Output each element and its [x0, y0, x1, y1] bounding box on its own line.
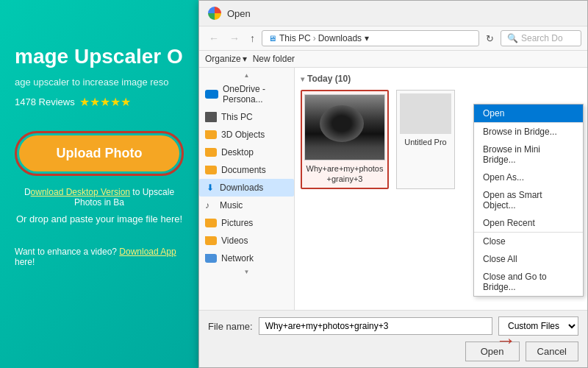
sidebar-label-network: Network: [221, 253, 254, 263]
buttons-row: → Open Cancel: [208, 342, 578, 361]
dialog-titlebar: Open: [199, 1, 587, 26]
sidebar-label-onedrive: OneDrive - Persona...: [223, 84, 288, 105]
sidebar-item-network[interactable]: Network: [199, 250, 294, 267]
search-box: 🔍 Search Do: [501, 30, 581, 46]
address-drive-icon: 🖥: [268, 34, 276, 43]
chrome-icon: [208, 7, 221, 20]
refresh-button[interactable]: ↻: [482, 31, 498, 46]
context-menu-open-recent[interactable]: Open Recent: [474, 214, 583, 232]
sidebar-item-3dobjects[interactable]: 3D Objects: [199, 126, 294, 144]
network-icon: [205, 254, 217, 263]
sidebar-item-downloads[interactable]: ⬇ Downloads: [199, 179, 294, 197]
enhance-link[interactable]: Download App: [119, 247, 176, 257]
drop-text: Or drop and paste your image file here!: [15, 213, 184, 224]
sidebar-label-3dobjects: 3D Objects: [221, 130, 265, 140]
search-icon: 🔍: [507, 33, 518, 43]
cancel-button[interactable]: Cancel: [526, 342, 578, 361]
open-button[interactable]: Open: [465, 342, 520, 361]
pc-icon: [205, 112, 217, 122]
enhance-text: Want to enhance a video? Download App he…: [15, 247, 184, 267]
sidebar-label-desktop: Desktop: [221, 147, 254, 158]
website-subtitle: age upscaler to increase image reso: [15, 77, 184, 88]
sidebar-label-thispc: This PC: [221, 112, 253, 122]
downloads-icon: ⬇: [205, 183, 215, 193]
upload-button-wrapper: Upload Photo: [15, 131, 184, 176]
context-menu-browse-bridge[interactable]: Browse in Bridge...: [474, 122, 583, 141]
context-menu: Open Browse in Bridge... Browse in Mini …: [473, 104, 584, 297]
sidebar-scroll-up: ▲: [199, 71, 294, 80]
path-dropdown-button[interactable]: ▾: [365, 33, 369, 43]
file-item-untitled[interactable]: Untitled Pro: [396, 90, 455, 189]
context-menu-close-bridge[interactable]: Close and Go to Bridge...: [474, 268, 583, 296]
search-placeholder: Search Do: [521, 33, 563, 43]
context-menu-open-as[interactable]: Open As...: [474, 169, 583, 186]
sidebar-label-downloads: Downloads: [220, 183, 263, 193]
back-button[interactable]: ←: [205, 30, 223, 46]
download-link[interactable]: ownload Desktop Version: [31, 187, 130, 197]
context-menu-open-smart[interactable]: Open as Smart Object...: [474, 186, 583, 214]
file-name-untitled: Untitled Pro: [404, 137, 446, 147]
sidebar-label-pictures: Pictures: [221, 218, 253, 228]
star-rating: ★★★★★: [79, 95, 131, 109]
pictures-icon: [205, 219, 217, 227]
file-item-grainy[interactable]: Why+are+my+photos+grainy+3: [301, 90, 389, 189]
filename-label: File name:: [208, 321, 253, 332]
organize-dropdown-icon: ▾: [243, 54, 247, 64]
sidebar-item-pictures[interactable]: Pictures: [199, 214, 294, 232]
download-desktop-link: Download Desktop Version to Upscale Phot…: [15, 187, 184, 208]
path-separator-1: ›: [313, 33, 316, 43]
dialog-title: Open: [227, 8, 251, 19]
dialog-toolbar2: Organize ▾ New folder: [199, 51, 587, 68]
desktop-icon: [205, 148, 217, 157]
address-bar: 🖥 This PC › Downloads ▾: [262, 30, 479, 46]
sidebar-scroll-down: ▼: [199, 267, 294, 277]
filetype-dropdown[interactable]: Custom Files: [498, 316, 578, 336]
website-title: mage Upscaler O: [15, 44, 184, 69]
filename-row: File name: Custom Files: [208, 316, 578, 336]
file-thumbnail-untitled: [400, 93, 451, 134]
section-chevron: ▾: [301, 75, 304, 83]
sidebar-label-videos: Videos: [221, 236, 248, 246]
download-prefix: D: [24, 187, 31, 197]
context-menu-close-all[interactable]: Close All: [474, 250, 583, 268]
reviews-count: 1478 Reviews: [15, 96, 75, 107]
section-label: Today (10): [307, 74, 351, 84]
up-button[interactable]: ↑: [246, 30, 259, 46]
sidebar-item-onedrive[interactable]: OneDrive - Persona...: [199, 80, 294, 108]
dialog-sidebar: ▲ OneDrive - Persona... This PC 3D Objec…: [199, 68, 295, 310]
sidebar-item-desktop[interactable]: Desktop: [199, 144, 294, 161]
sidebar-label-documents: Documents: [221, 165, 266, 175]
path-thispc: This PC: [279, 33, 311, 43]
enhance-prefix: Want to enhance a video?: [15, 247, 117, 257]
reviews-row: 1478 Reviews ★★★★★: [15, 95, 184, 109]
organize-label: Organize: [205, 54, 241, 64]
section-today: ▾ Today (10): [301, 74, 581, 84]
forward-button[interactable]: →: [226, 30, 243, 46]
file-open-dialog: Open ← → ↑ 🖥 This PC › Downloads ▾ ↻ 🔍 S…: [198, 0, 588, 368]
dialog-toolbar: ← → ↑ 🖥 This PC › Downloads ▾ ↻ 🔍 Search…: [199, 26, 587, 51]
file-thumbnail-grainy: [304, 94, 385, 160]
dialog-bottom: File name: Custom Files → Open Cancel: [199, 310, 587, 367]
sidebar-item-videos[interactable]: Videos: [199, 232, 294, 250]
context-menu-close[interactable]: Close: [474, 232, 583, 250]
filename-input[interactable]: [259, 317, 492, 335]
onedrive-icon: [205, 90, 218, 99]
videos-icon: [205, 236, 217, 245]
upload-photo-button[interactable]: Upload Photo: [19, 135, 179, 171]
new-folder-button[interactable]: New folder: [253, 54, 295, 64]
context-menu-browse-mini-bridge[interactable]: Browse in Mini Bridge...: [474, 141, 583, 169]
sidebar-label-music: Music: [220, 200, 243, 210]
path-downloads: Downloads: [318, 33, 362, 43]
sidebar-item-thispc[interactable]: This PC: [199, 108, 294, 126]
context-menu-open[interactable]: Open: [474, 105, 583, 122]
music-icon: ♪: [205, 200, 215, 210]
address-path: This PC › Downloads: [279, 33, 362, 43]
file-name-grainy: Why+are+my+photos+grainy+3: [305, 163, 384, 185]
grainy-photo-image: [305, 94, 384, 160]
organize-button[interactable]: Organize ▾: [205, 54, 247, 64]
enhance-suffix: here!: [15, 257, 35, 267]
sidebar-item-music[interactable]: ♪ Music: [199, 197, 294, 214]
sidebar-item-documents[interactable]: Documents: [199, 161, 294, 179]
documents-icon: [205, 166, 217, 174]
background-website: mage Upscaler O age upscaler to increase…: [0, 0, 198, 368]
